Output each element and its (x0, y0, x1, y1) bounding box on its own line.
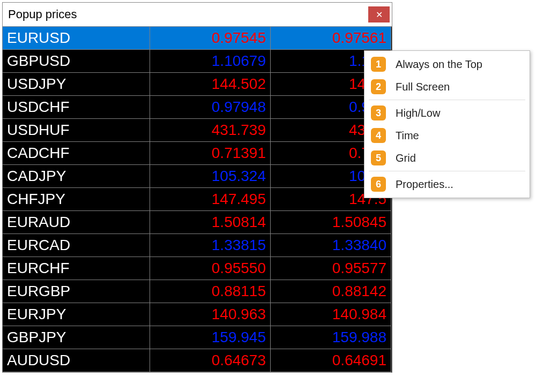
menu-badge-icon: 4 (371, 128, 386, 143)
symbol-cell: EURCAD (3, 234, 150, 257)
bid-cell: 0.88115 (150, 280, 271, 303)
symbol-cell: AUDUSD (3, 349, 150, 372)
menu-item[interactable]: 5Grid (366, 147, 528, 169)
menu-item[interactable]: 1Always on the Top (366, 53, 528, 76)
bid-cell: 1.50814 (150, 211, 271, 234)
price-row[interactable]: EURAUD1.508141.50845 (3, 211, 392, 234)
symbol-cell: CADCHF (3, 142, 150, 165)
ask-cell: 159.988 (271, 326, 391, 349)
menu-badge-icon: 6 (371, 177, 386, 192)
menu-item[interactable]: 6Properties... (366, 173, 528, 195)
price-row[interactable]: EURUSD0.975450.97561 (3, 27, 392, 50)
bid-cell: 431.739 (150, 119, 271, 142)
price-row[interactable]: USDCHF0.979480.979 (3, 96, 392, 119)
ask-cell: 0.97561 (271, 27, 391, 50)
menu-item-label: Time (396, 130, 419, 142)
bid-cell: 144.502 (150, 73, 271, 96)
close-icon: ✕ (376, 10, 383, 20)
bid-cell: 159.945 (150, 326, 271, 349)
menu-badge-icon: 5 (371, 150, 386, 165)
ask-cell: 1.33840 (271, 234, 391, 257)
symbol-cell: USDJPY (3, 73, 150, 96)
context-menu: 1Always on the Top2Full Screen3High/Low4… (364, 50, 530, 198)
titlebar[interactable]: Popup prices ✕ (3, 3, 392, 26)
price-row[interactable]: EURGBP0.881150.88142 (3, 280, 392, 303)
symbol-cell: CHFJPY (3, 188, 150, 211)
ask-cell: 0.64691 (271, 349, 391, 372)
menu-item[interactable]: 3High/Low (366, 102, 528, 124)
popup-prices-window: Popup prices ✕ EURUSD0.975450.97561GBPUS… (2, 2, 392, 373)
symbol-cell: GBPUSD (3, 50, 150, 73)
symbol-cell: EURUSD (3, 27, 150, 50)
price-row[interactable]: GBPUSD1.106791.107 (3, 50, 392, 73)
window-title: Popup prices (8, 7, 77, 21)
price-row[interactable]: EURCAD1.338151.33840 (3, 234, 392, 257)
price-row[interactable]: CHFJPY147.495147.5 (3, 188, 392, 211)
menu-item-label: Grid (396, 152, 416, 164)
ask-cell: 0.95577 (271, 257, 391, 280)
bid-cell: 105.324 (150, 165, 271, 188)
menu-separator (369, 171, 525, 171)
price-row[interactable]: CADJPY105.324105.3 (3, 165, 392, 188)
symbol-cell: GBPJPY (3, 326, 150, 349)
ask-cell: 1.50845 (271, 211, 391, 234)
price-row[interactable]: EURCHF0.955500.95577 (3, 257, 392, 280)
bid-cell: 0.97948 (150, 96, 271, 119)
menu-item-label: Full Screen (396, 81, 450, 93)
menu-item[interactable]: 4Time (366, 124, 528, 147)
bid-cell: 147.495 (150, 188, 271, 211)
menu-item[interactable]: 2Full Screen (366, 76, 528, 98)
symbol-cell: CADJPY (3, 165, 150, 188)
ask-cell: 0.88142 (271, 280, 391, 303)
price-table: EURUSD0.975450.97561GBPUSD1.106791.107US… (3, 26, 392, 372)
symbol-cell: EURAUD (3, 211, 150, 234)
symbol-cell: EURJPY (3, 303, 150, 326)
close-button[interactable]: ✕ (368, 6, 390, 22)
bid-cell: 0.71391 (150, 142, 271, 165)
menu-item-label: Properties... (396, 178, 453, 191)
bid-cell: 1.33815 (150, 234, 271, 257)
price-row[interactable]: AUDUSD0.646730.64691 (3, 349, 392, 372)
price-row[interactable]: USDJPY144.502144.5 (3, 73, 392, 96)
bid-cell: 0.64673 (150, 349, 271, 372)
bid-cell: 0.95550 (150, 257, 271, 280)
symbol-cell: USDHUF (3, 119, 150, 142)
symbol-cell: EURCHF (3, 257, 150, 280)
bid-cell: 1.10679 (150, 50, 271, 73)
menu-badge-icon: 3 (371, 105, 386, 120)
price-row[interactable]: USDHUF431.739432.5 (3, 119, 392, 142)
price-row[interactable]: CADCHF0.713910.714 (3, 142, 392, 165)
menu-separator (369, 100, 525, 100)
menu-item-label: High/Low (396, 107, 440, 119)
price-row[interactable]: GBPJPY159.945159.988 (3, 326, 392, 349)
symbol-cell: USDCHF (3, 96, 150, 119)
bid-cell: 140.963 (150, 303, 271, 326)
symbol-cell: EURGBP (3, 280, 150, 303)
menu-item-label: Always on the Top (396, 58, 482, 71)
bid-cell: 0.97545 (150, 27, 271, 50)
price-row[interactable]: EURJPY140.963140.984 (3, 303, 392, 326)
menu-badge-icon: 1 (371, 57, 386, 72)
ask-cell: 140.984 (271, 303, 391, 326)
menu-badge-icon: 2 (371, 79, 386, 94)
